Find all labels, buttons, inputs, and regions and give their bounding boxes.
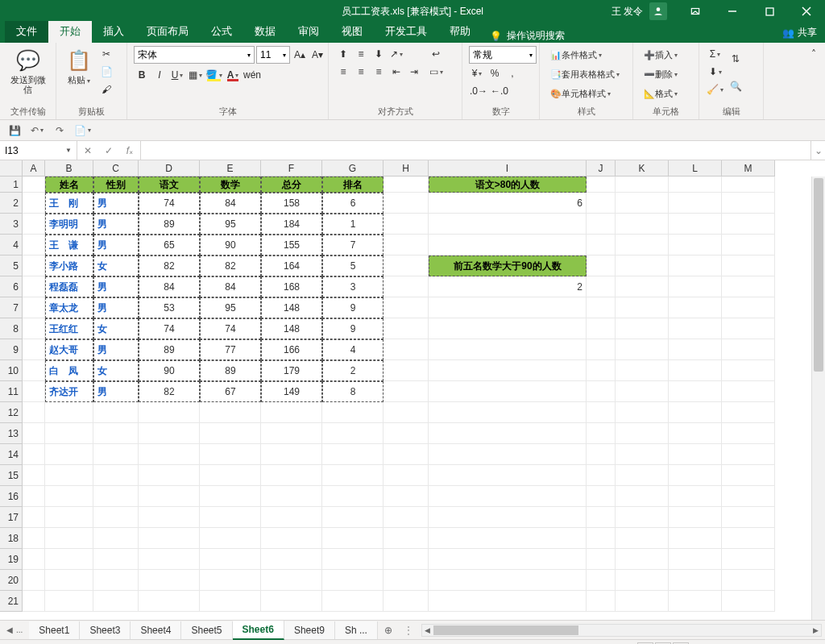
cell-C5[interactable]: 女 [93,256,139,276]
cell-J1[interactable] [587,177,616,193]
cell-L21[interactable] [669,591,722,612]
cell-J11[interactable] [587,381,616,402]
col-header-D[interactable]: D [139,160,200,177]
cell-A5[interactable] [23,256,45,276]
merge-button[interactable]: ▭ [425,64,446,80]
user-avatar-icon[interactable] [649,2,667,20]
cell-C3[interactable]: 男 [93,214,139,235]
cell-L4[interactable] [669,235,722,256]
cell-C18[interactable] [93,528,139,549]
cell-K18[interactable] [616,528,669,549]
col-header-G[interactable]: G [322,160,383,177]
cell-styles-button[interactable]: 🎨 单元格样式 [546,85,615,102]
sort-filter-button[interactable]: ⇅ [728,46,744,72]
row-header-7[interactable]: 7 [0,297,23,318]
cell-G13[interactable] [322,423,383,444]
cell-G19[interactable] [322,549,383,570]
cell-G5[interactable]: 5 [322,256,383,276]
cell-H7[interactable] [383,297,429,318]
cell-C14[interactable] [93,444,139,465]
cell-G2[interactable]: 6 [322,193,383,214]
row-header-5[interactable]: 5 [0,256,23,276]
cell-L9[interactable] [669,339,722,360]
cell-L12[interactable] [669,402,722,423]
cell-G10[interactable]: 2 [322,360,383,381]
cell-B17[interactable] [45,507,93,528]
cell-I1[interactable]: 语文>80的人数 [429,177,587,193]
cell-K14[interactable] [616,444,669,465]
cell-L18[interactable] [669,528,722,549]
cell-E4[interactable]: 90 [200,235,261,256]
cell-F3[interactable]: 184 [261,214,322,235]
increase-font-button[interactable]: A▴ [292,47,308,63]
cell-J6[interactable] [587,276,616,297]
cell-A18[interactable] [23,528,45,549]
font-size-combo[interactable]: 11▾ [256,46,290,64]
font-name-combo[interactable]: 宋体▾ [134,46,255,64]
cell-I17[interactable] [429,507,587,528]
col-header-J[interactable]: J [587,160,616,177]
cell-D5[interactable]: 82 [139,256,200,276]
fill-button[interactable]: ⬇ [706,64,724,80]
cell-B11[interactable]: 齐达开 [45,381,93,402]
cell-E14[interactable] [200,444,261,465]
align-left-button[interactable]: ≡ [335,64,351,80]
cell-L2[interactable] [669,193,722,214]
cell-K6[interactable] [616,276,669,297]
cell-J16[interactable] [587,486,616,507]
cell-G1[interactable]: 排名 [322,177,383,193]
cell-J7[interactable] [587,297,616,318]
cell-M2[interactable] [722,193,775,214]
tab-help[interactable]: 帮助 [438,21,482,43]
cell-M17[interactable] [722,507,775,528]
cell-E18[interactable] [200,528,261,549]
col-header-B[interactable]: B [45,160,93,177]
cell-L10[interactable] [669,360,722,381]
send-to-wechat-button[interactable]: 💬 发送到微信 [6,46,49,96]
align-middle-button[interactable]: ≡ [353,46,369,62]
cell-C19[interactable] [93,549,139,570]
cut-button[interactable]: ✂ [98,46,114,62]
col-header-I[interactable]: I [429,160,587,177]
italic-button[interactable]: I [151,67,168,83]
cell-B6[interactable]: 程磊磊 [45,276,93,297]
cell-F6[interactable]: 168 [261,276,322,297]
cell-B19[interactable] [45,549,93,570]
bold-button[interactable]: B [134,67,150,83]
cell-J18[interactable] [587,528,616,549]
align-center-button[interactable]: ≡ [353,64,369,80]
cell-C7[interactable]: 男 [93,297,139,318]
sheet-tab-Sheet5[interactable]: Sheet5 [181,621,232,639]
cell-M10[interactable] [722,360,775,381]
row-header-3[interactable]: 3 [0,214,23,235]
cell-I20[interactable] [429,570,587,591]
cell-E2[interactable]: 84 [200,193,261,214]
cell-F10[interactable]: 179 [261,360,322,381]
cell-K3[interactable] [616,214,669,235]
row-header-17[interactable]: 17 [0,507,23,528]
col-header-F[interactable]: F [261,160,322,177]
cell-H11[interactable] [383,381,429,402]
row-header-20[interactable]: 20 [0,570,23,591]
redo-button[interactable]: ↷ [52,123,68,139]
cell-A14[interactable] [23,444,45,465]
cell-I21[interactable] [429,591,587,612]
cell-D6[interactable]: 84 [139,276,200,297]
row-header-2[interactable]: 2 [0,193,23,214]
cell-E16[interactable] [200,486,261,507]
table-format-button[interactable]: 📑 套用表格格式 [546,65,624,83]
cell-E3[interactable]: 95 [200,214,261,235]
cell-H15[interactable] [383,465,429,486]
cell-D20[interactable] [139,570,200,591]
cell-K12[interactable] [616,402,669,423]
cell-B9[interactable]: 赵大哥 [45,339,93,360]
cell-C16[interactable] [93,486,139,507]
cell-C13[interactable] [93,423,139,444]
cell-D8[interactable]: 74 [139,318,200,339]
cell-G7[interactable]: 9 [322,297,383,318]
cell-H2[interactable] [383,193,429,214]
spreadsheet-grid[interactable]: ABCDEFGHIJKLM 12345678910111213141516171… [0,160,825,620]
cell-K1[interactable] [616,177,669,193]
cell-C1[interactable]: 性别 [93,177,139,193]
cell-D14[interactable] [139,444,200,465]
